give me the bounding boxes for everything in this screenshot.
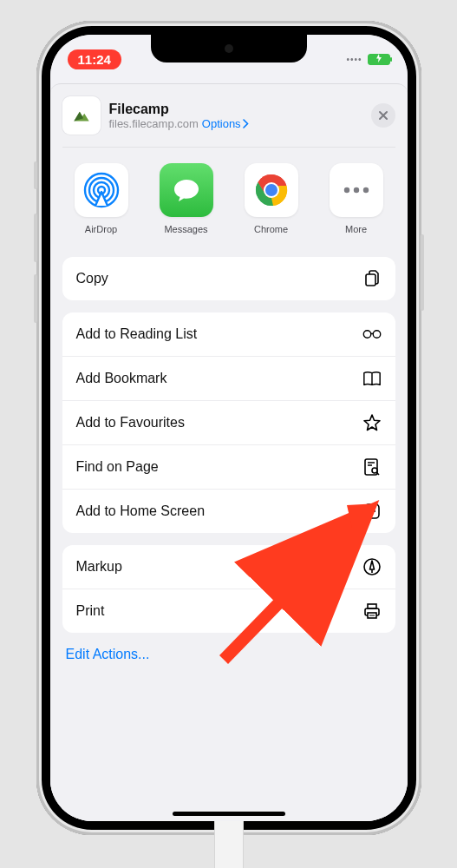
edit-actions-label: Edit Actions... xyxy=(66,647,150,661)
actions-group-3: Markup Print xyxy=(62,545,395,633)
svg-point-11 xyxy=(363,331,370,338)
battery-icon xyxy=(368,54,390,65)
doc-search-icon xyxy=(362,457,382,477)
charging-cable xyxy=(214,818,244,868)
add-to-favourites-action[interactable]: Add to Favourites xyxy=(62,401,395,445)
sheet-title: Filecamp xyxy=(109,102,362,117)
phone-frame: 11:24 •••• Filecamp fi xyxy=(36,21,421,835)
actions-group-1: Copy xyxy=(62,257,395,300)
sheet-header: Filecamp files.filecamp.com Options xyxy=(62,96,395,148)
svg-point-12 xyxy=(373,331,380,338)
front-camera xyxy=(225,44,233,53)
share-apps-row: AirDrop Messages xyxy=(62,148,395,245)
copy-icon xyxy=(362,269,382,288)
find-on-page-action[interactable]: Find on Page xyxy=(62,445,395,490)
markup-action[interactable]: Markup xyxy=(62,545,395,589)
svg-point-8 xyxy=(353,187,358,193)
favourites-label: Add to Favourites xyxy=(76,415,185,431)
svg-rect-24 xyxy=(368,604,376,608)
close-button[interactable] xyxy=(371,103,395,128)
copy-action[interactable]: Copy xyxy=(62,257,395,300)
cellular-dots: •••• xyxy=(346,55,362,64)
status-time: 11:24 xyxy=(78,52,111,67)
charging-bolt-icon xyxy=(375,54,382,64)
actions-group-2: Add to Reading List Add Bookmark Add to … xyxy=(62,312,395,533)
home-indicator[interactable] xyxy=(173,812,285,816)
notch xyxy=(151,35,307,62)
mute-switch xyxy=(34,161,37,189)
airdrop-icon xyxy=(82,171,121,209)
svg-point-7 xyxy=(343,187,349,193)
power-button xyxy=(421,234,424,311)
star-icon xyxy=(362,413,382,432)
more-app[interactable]: More xyxy=(324,163,388,234)
print-action[interactable]: Print xyxy=(62,589,395,633)
share-sheet: Filecamp files.filecamp.com Options xyxy=(50,83,408,821)
airdrop-label: AirDrop xyxy=(69,224,134,234)
copy-label: Copy xyxy=(76,271,108,286)
reading-list-label: Add to Reading List xyxy=(76,326,198,342)
options-label: Options xyxy=(202,117,241,130)
printer-icon xyxy=(362,602,382,621)
options-link[interactable]: Options xyxy=(202,117,249,130)
close-icon xyxy=(378,110,388,121)
svg-point-9 xyxy=(362,187,368,193)
svg-rect-10 xyxy=(366,274,375,286)
book-icon xyxy=(362,369,382,388)
site-icon xyxy=(62,96,101,135)
add-to-home-screen-action[interactable]: Add to Home Screen xyxy=(62,490,395,533)
svg-point-6 xyxy=(265,184,277,196)
time-pill: 11:24 xyxy=(68,49,121,69)
plus-square-icon xyxy=(362,502,382,521)
bookmark-label: Add Bookmark xyxy=(76,371,167,386)
home-screen-label: Add to Home Screen xyxy=(76,503,206,519)
messages-label: Messages xyxy=(154,224,219,234)
add-bookmark-action[interactable]: Add Bookmark xyxy=(62,357,395,401)
glasses-icon xyxy=(362,325,382,344)
markup-icon xyxy=(362,557,382,576)
edit-actions-link[interactable]: Edit Actions... xyxy=(62,633,395,662)
messages-app[interactable]: Messages xyxy=(154,163,219,234)
messages-icon xyxy=(169,173,204,207)
more-icon xyxy=(343,187,369,194)
add-to-reading-list-action[interactable]: Add to Reading List xyxy=(62,312,395,357)
more-label: More xyxy=(324,224,388,234)
chrome-icon xyxy=(252,171,291,209)
sheet-subtitle: files.filecamp.com xyxy=(109,117,199,130)
volume-down xyxy=(34,274,37,323)
markup-label: Markup xyxy=(76,559,122,575)
chevron-right-icon xyxy=(243,119,249,128)
find-label: Find on Page xyxy=(76,459,159,475)
chrome-label: Chrome xyxy=(239,224,304,234)
chrome-app[interactable]: Chrome xyxy=(239,163,304,234)
print-label: Print xyxy=(76,603,105,619)
airdrop-app[interactable]: AirDrop xyxy=(69,163,134,234)
svg-point-16 xyxy=(372,468,377,473)
volume-up xyxy=(34,214,37,262)
screen: 11:24 •••• Filecamp fi xyxy=(50,35,408,821)
